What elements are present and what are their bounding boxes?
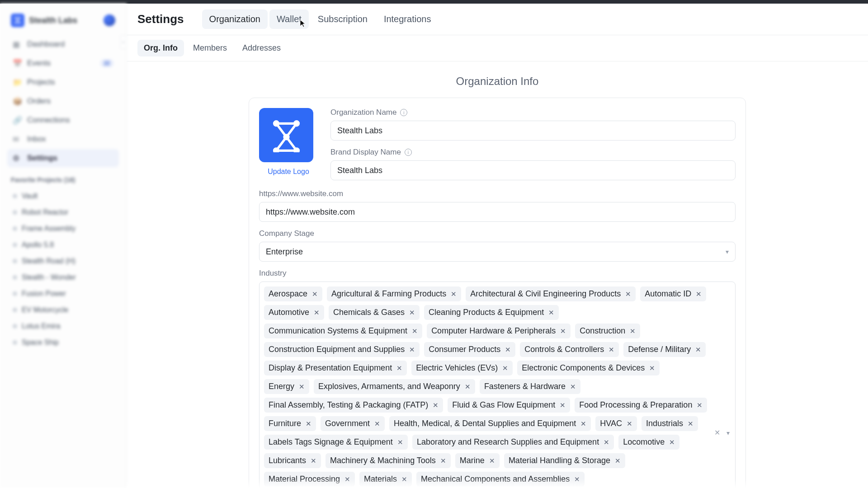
remove-pill-icon[interactable]: ✕ bbox=[580, 420, 586, 428]
pill-label: Health, Medical, & Dental Supplies and E… bbox=[394, 419, 576, 428]
user-avatar[interactable] bbox=[104, 14, 115, 26]
info-icon[interactable]: i bbox=[400, 109, 407, 116]
favorite-project[interactable]: Robot Reactor bbox=[7, 204, 119, 221]
sidebar-item-settings[interactable]: ⚙Settings bbox=[7, 149, 119, 167]
industry-pill: Lubricants✕ bbox=[264, 453, 321, 468]
sidebar-item-orders[interactable]: 📦Orders bbox=[7, 92, 119, 110]
subtab-members[interactable]: Members bbox=[187, 40, 233, 56]
remove-pill-icon[interactable]: ✕ bbox=[697, 401, 703, 409]
workspace-switcher[interactable]: Stealth Labs bbox=[7, 9, 119, 35]
tab-integrations[interactable]: Integrations bbox=[377, 9, 439, 29]
org-subtabs: Org. InfoMembersAddresses bbox=[127, 35, 868, 61]
remove-pill-icon[interactable]: ✕ bbox=[630, 327, 636, 335]
subtab-addresses[interactable]: Addresses bbox=[236, 40, 287, 56]
remove-pill-icon[interactable]: ✕ bbox=[299, 383, 305, 391]
sidebar-item-inbox[interactable]: ✉Inbox bbox=[7, 130, 119, 148]
favorite-label: Stealth - Wonder bbox=[22, 273, 76, 282]
remove-pill-icon[interactable]: ✕ bbox=[505, 346, 511, 354]
remove-pill-icon[interactable]: ✕ bbox=[627, 420, 632, 428]
favorite-project[interactable]: Apollo 5.8 bbox=[7, 237, 119, 253]
nav-badge: 22 bbox=[100, 59, 113, 67]
sidebar-item-projects[interactable]: 📁Projects bbox=[7, 73, 119, 91]
dot-icon bbox=[13, 194, 17, 198]
favorite-project[interactable]: Stealth Road (H) bbox=[7, 253, 119, 269]
remove-pill-icon[interactable]: ✕ bbox=[465, 383, 471, 391]
pill-label: Consumer Products bbox=[429, 345, 500, 354]
dot-icon bbox=[13, 210, 17, 215]
remove-pill-icon[interactable]: ✕ bbox=[312, 290, 318, 298]
pill-label: Chemicals & Gases bbox=[333, 308, 405, 317]
remove-pill-icon[interactable]: ✕ bbox=[409, 346, 415, 354]
remove-pill-icon[interactable]: ✕ bbox=[374, 420, 380, 428]
favorite-project[interactable]: Stealth - Wonder bbox=[7, 269, 119, 286]
remove-pill-icon[interactable]: ✕ bbox=[451, 290, 457, 298]
remove-pill-icon[interactable]: ✕ bbox=[548, 309, 554, 317]
sidebar-item-connections[interactable]: 🔗Connections bbox=[7, 111, 119, 129]
remove-pill-icon[interactable]: ✕ bbox=[625, 290, 631, 298]
nav-icon: 📁 bbox=[13, 78, 22, 87]
remove-pill-icon[interactable]: ✕ bbox=[609, 346, 614, 354]
tab-subscription[interactable]: Subscription bbox=[311, 9, 375, 29]
remove-pill-icon[interactable]: ✕ bbox=[669, 438, 675, 446]
favorite-project[interactable]: EV Motorcycle bbox=[7, 302, 119, 318]
remove-pill-icon[interactable]: ✕ bbox=[397, 438, 403, 446]
remove-pill-icon[interactable]: ✕ bbox=[440, 457, 446, 465]
remove-pill-icon[interactable]: ✕ bbox=[560, 401, 566, 409]
remove-pill-icon[interactable]: ✕ bbox=[688, 420, 693, 428]
pill-label: Communication Systems & Equipment bbox=[269, 326, 407, 336]
tab-wallet[interactable]: Wallet bbox=[269, 9, 309, 29]
info-icon[interactable]: i bbox=[405, 149, 412, 156]
favorite-project[interactable]: Lotus Emira bbox=[7, 318, 119, 334]
favorite-project[interactable]: Frame Assembly bbox=[7, 221, 119, 237]
remove-pill-icon[interactable]: ✕ bbox=[649, 364, 655, 372]
pill-label: Material Handling & Storage bbox=[509, 456, 610, 465]
remove-pill-icon[interactable]: ✕ bbox=[433, 401, 439, 409]
remove-pill-icon[interactable]: ✕ bbox=[396, 364, 402, 372]
industry-pill: Material Processing✕ bbox=[264, 472, 355, 487]
favorite-label: Space Ship bbox=[22, 338, 59, 347]
remove-pill-icon[interactable]: ✕ bbox=[574, 475, 580, 483]
website-label: https://www.website.com bbox=[259, 189, 343, 198]
tab-organization[interactable]: Organization bbox=[202, 9, 268, 29]
remove-pill-icon[interactable]: ✕ bbox=[401, 475, 407, 483]
pill-label: Automatic ID bbox=[645, 289, 691, 299]
website-input[interactable] bbox=[259, 202, 736, 222]
remove-pill-icon[interactable]: ✕ bbox=[615, 457, 621, 465]
sidebar-item-dashboard[interactable]: ▦Dashboard bbox=[7, 35, 119, 53]
remove-pill-icon[interactable]: ✕ bbox=[306, 420, 311, 428]
remove-pill-icon[interactable]: ✕ bbox=[560, 327, 566, 335]
remove-pill-icon[interactable]: ✕ bbox=[314, 309, 320, 317]
remove-pill-icon[interactable]: ✕ bbox=[696, 290, 702, 298]
remove-pill-icon[interactable]: ✕ bbox=[604, 438, 609, 446]
remove-pill-icon[interactable]: ✕ bbox=[489, 457, 495, 465]
org-name-input[interactable] bbox=[330, 121, 736, 141]
remove-pill-icon[interactable]: ✕ bbox=[311, 457, 316, 465]
remove-pill-icon[interactable]: ✕ bbox=[344, 475, 350, 483]
remove-pill-icon[interactable]: ✕ bbox=[502, 364, 508, 372]
update-logo-button[interactable]: Update Logo bbox=[259, 168, 318, 176]
sidebar-collapse-handle[interactable]: ‹ bbox=[120, 35, 127, 49]
nav-label: Events bbox=[27, 59, 51, 68]
remove-pill-icon[interactable]: ✕ bbox=[695, 346, 701, 354]
nav-icon: 🔗 bbox=[13, 116, 22, 125]
clear-all-icon[interactable]: ✕ bbox=[714, 428, 720, 437]
brand-name-input[interactable] bbox=[330, 160, 736, 180]
remove-pill-icon[interactable]: ✕ bbox=[409, 309, 415, 317]
svg-point-4 bbox=[294, 148, 298, 152]
remove-pill-icon[interactable]: ✕ bbox=[412, 327, 418, 335]
favorite-label: Stealth Road (H) bbox=[22, 257, 75, 265]
industry-pill: Controls & Controllers✕ bbox=[520, 342, 619, 357]
favorite-project[interactable]: Space Ship bbox=[7, 334, 119, 351]
favorite-project[interactable]: Vault bbox=[7, 188, 119, 204]
favorite-project[interactable]: Fusion Power bbox=[7, 286, 119, 302]
industry-pill: Fasteners & Hardware✕ bbox=[480, 379, 580, 394]
sidebar-item-events[interactable]: 📅Events22 bbox=[7, 54, 119, 72]
pill-label: Construction bbox=[580, 326, 625, 336]
pill-label: Labels Tags Signage & Equipment bbox=[269, 437, 393, 447]
subtab-org-info[interactable]: Org. Info bbox=[137, 40, 184, 56]
company-stage-select[interactable]: Enterprise ▾ bbox=[259, 242, 736, 262]
chevron-down-icon[interactable]: ▾ bbox=[726, 429, 730, 436]
industry-multiselect[interactable]: Aerospace✕Agricultural & Farming Product… bbox=[259, 282, 736, 488]
pill-label: Construction Equipment and Supplies bbox=[269, 345, 405, 354]
remove-pill-icon[interactable]: ✕ bbox=[570, 383, 576, 391]
